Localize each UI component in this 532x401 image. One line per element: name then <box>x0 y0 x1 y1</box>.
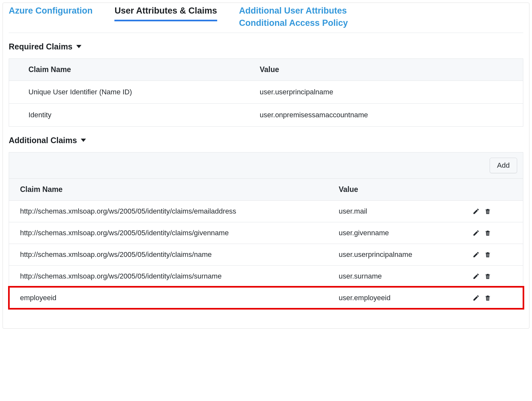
table-row: Unique User Identifier (Name ID) user.us… <box>9 80 523 103</box>
config-panel: Azure Configuration User Attributes & Cl… <box>3 3 529 329</box>
claim-value-cell: user.userprincipalname <box>328 244 462 265</box>
table-row: Identity user.onpremisessamaccountname <box>9 103 523 126</box>
claim-value-cell: user.surname <box>328 265 462 287</box>
required-claims-table: Claim Name Value Unique User Identifier … <box>9 58 523 127</box>
table-row-highlighted: employeeid user.employeeid <box>9 287 523 309</box>
additional-claims-table: Claim Name Value http://schemas.xmlsoap.… <box>9 178 523 309</box>
claim-value-cell: user.givenname <box>328 222 462 244</box>
claim-name-cell: http://schemas.xmlsoap.org/ws/2005/05/id… <box>9 265 328 287</box>
claim-name-cell: Identity <box>9 103 240 126</box>
tab-bar: Azure Configuration User Attributes & Cl… <box>9 3 523 33</box>
edit-icon[interactable] <box>473 294 480 301</box>
delete-icon[interactable] <box>484 208 491 215</box>
claim-name-cell: http://schemas.xmlsoap.org/ws/2005/05/id… <box>9 244 328 265</box>
column-header-value: Value <box>240 58 523 80</box>
edit-icon[interactable] <box>473 208 480 215</box>
claim-value-cell: user.mail <box>328 200 462 222</box>
delete-icon[interactable] <box>484 251 491 258</box>
required-claims-title: Required Claims <box>9 42 72 51</box>
column-header-actions <box>462 178 523 200</box>
edit-icon[interactable] <box>473 273 480 280</box>
delete-icon[interactable] <box>484 229 491 237</box>
table-header-row: Claim Name Value <box>9 178 523 200</box>
claim-name-cell: Unique User Identifier (Name ID) <box>9 80 240 103</box>
claim-name-cell: http://schemas.xmlsoap.org/ws/2005/05/id… <box>9 222 328 244</box>
tab-azure-configuration[interactable]: Azure Configuration <box>9 5 92 20</box>
additional-claims-title: Additional Claims <box>9 136 77 145</box>
delete-icon[interactable] <box>484 273 491 280</box>
claim-name-cell: http://schemas.xmlsoap.org/ws/2005/05/id… <box>9 200 328 222</box>
table-row: http://schemas.xmlsoap.org/ws/2005/05/id… <box>9 265 523 287</box>
additional-claims-toolbar: Add <box>9 152 523 178</box>
edit-icon[interactable] <box>473 251 480 258</box>
additional-claims-header[interactable]: Additional Claims <box>9 136 523 145</box>
add-button[interactable]: Add <box>490 158 517 173</box>
claim-value-cell: user.employeeid <box>328 287 462 309</box>
column-header-value: Value <box>328 178 462 200</box>
claim-value-cell: user.userprincipalname <box>240 80 523 103</box>
edit-icon[interactable] <box>473 229 480 237</box>
table-row: http://schemas.xmlsoap.org/ws/2005/05/id… <box>9 222 523 244</box>
claim-name-cell: employeeid <box>9 287 328 309</box>
caret-down-icon <box>76 45 81 48</box>
required-claims-header[interactable]: Required Claims <box>9 42 523 51</box>
caret-down-icon <box>81 139 86 142</box>
tab-user-attributes-claims[interactable]: User Attributes & Claims <box>114 5 217 21</box>
tab-additional-conditional[interactable]: Additional User Attributes Conditional A… <box>239 5 348 33</box>
delete-icon[interactable] <box>484 294 491 301</box>
table-row: http://schemas.xmlsoap.org/ws/2005/05/id… <box>9 244 523 265</box>
tab-additional-user-attributes-label: Additional User Attributes <box>239 5 348 17</box>
claim-value-cell: user.onpremisessamaccountname <box>240 103 523 126</box>
table-header-row: Claim Name Value <box>9 58 523 80</box>
table-row: http://schemas.xmlsoap.org/ws/2005/05/id… <box>9 200 523 222</box>
column-header-claim-name: Claim Name <box>9 58 240 80</box>
tab-conditional-access-policy-label: Conditional Access Policy <box>239 17 348 29</box>
column-header-claim-name: Claim Name <box>9 178 328 200</box>
